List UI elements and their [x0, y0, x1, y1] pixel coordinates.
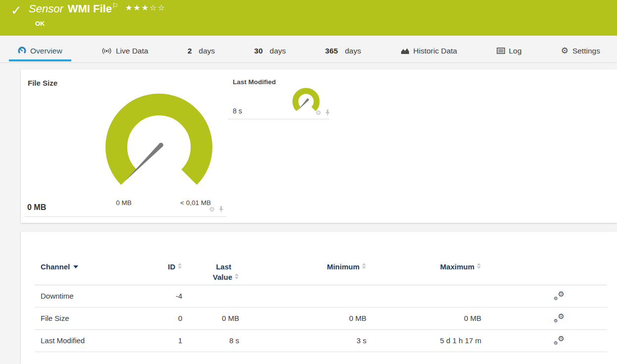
channel-settings: ⚙ ⚙	[554, 285, 578, 310]
channel-minimum: 0 MB	[297, 308, 366, 329]
sensor-name: WMI File	[68, 2, 112, 15]
tab-2-days[interactable]: 2 days	[179, 36, 224, 63]
gauges-card: File Size 0 MB < 0,01 MB 0 MB ⚙ Last Mod…	[21, 69, 617, 223]
tab-2-days-number: 2	[188, 47, 192, 55]
channel-settings: ⚙ ⚙	[554, 330, 578, 354]
gear-icon: ⚙	[554, 341, 558, 346]
sensor-type-label: Sensor	[29, 2, 63, 15]
header-maximum-label: Maximum	[440, 262, 474, 271]
gear-icon[interactable]: ⚙	[315, 109, 321, 116]
tab-2-days-label: days	[199, 47, 215, 55]
header-minimum[interactable]: Minimum	[297, 262, 366, 271]
channel-minimum: 3 s	[297, 330, 366, 352]
tab-30-days-number: 30	[254, 47, 262, 55]
channel-last-value: 8 s	[180, 330, 239, 352]
sort-toggle-icon[interactable]	[362, 263, 366, 269]
gear-icon: ⚙	[554, 318, 558, 323]
status-badge: OK	[35, 20, 45, 27]
table-row: Last Modified 1 8 s 3 s 5 d 1 h 17 m ⚙ ⚙	[35, 330, 607, 352]
tab-overview-label: Overview	[30, 47, 62, 55]
channel-table: Channel ID Last Value Minimum Maximum Do…	[35, 258, 607, 352]
sort-toggle-icon[interactable]	[477, 263, 481, 269]
header-id[interactable]: ID	[128, 262, 182, 271]
tab-settings-label: Settings	[572, 47, 600, 55]
tab-live-data[interactable]: Live Data	[93, 36, 157, 63]
channel-settings-gears-icon[interactable]: ⚙ ⚙	[554, 313, 565, 323]
channel-id: -4	[128, 285, 182, 307]
sensor-header: ✓ SensorWMI File ⚐ ★★★☆☆ OK	[0, 0, 617, 36]
channel-table-header: Channel ID Last Value Minimum Maximum	[35, 258, 607, 285]
page-title: SensorWMI File	[29, 2, 112, 15]
pin-icon[interactable]	[325, 109, 330, 116]
tab-settings[interactable]: ⚙ Settings	[552, 36, 609, 63]
sort-desc-icon	[73, 265, 78, 268]
tab-bar: Overview Live Data 2 days 30 days 365 da…	[0, 36, 617, 63]
tab-historic-data[interactable]: Historic Data	[392, 36, 466, 63]
header-last-value-line2: Value	[213, 273, 232, 281]
table-row: Downtime -4 ⚙ ⚙	[35, 285, 607, 308]
channel-settings-gears-icon[interactable]: ⚙ ⚙	[554, 336, 565, 346]
settings-gear-icon: ⚙	[561, 47, 568, 55]
channel-maximum: 5 d 1 h 17 m	[392, 330, 481, 352]
header-id-label: ID	[168, 262, 175, 271]
last-modified-gauge-title: Last Modified	[233, 78, 276, 86]
pin-icon[interactable]	[218, 206, 224, 212]
gear-icon: ⚙	[554, 296, 558, 301]
sort-toggle-icon[interactable]	[235, 273, 239, 279]
tab-365-days-number: 365	[325, 47, 338, 55]
channel-id: 0	[128, 308, 182, 329]
header-channel-label: Channel	[41, 262, 70, 271]
tab-365-days[interactable]: 365 days	[316, 36, 370, 63]
tab-historic-data-label: Historic Data	[413, 47, 458, 55]
gauge-icon	[18, 47, 26, 55]
tab-log-label: Log	[509, 47, 522, 55]
last-modified-panel-tools: ⚙	[315, 109, 330, 116]
file-size-current-value: 0 MB	[27, 203, 46, 212]
gear-icon: ⚙	[558, 335, 565, 342]
header-last-value[interactable]: Last Value	[180, 261, 239, 282]
gear-icon[interactable]: ⚙	[209, 206, 215, 212]
file-size-gauge-title: File Size	[28, 79, 57, 87]
tab-overview[interactable]: Overview	[9, 36, 71, 63]
file-size-panel-divider	[25, 216, 226, 217]
tab-log[interactable]: Log	[488, 36, 531, 63]
header-minimum-label: Minimum	[327, 262, 360, 271]
tab-live-data-label: Live Data	[116, 47, 148, 55]
tab-30-days[interactable]: 30 days	[245, 36, 295, 63]
status-check-icon: ✓	[11, 3, 22, 18]
flag-icon[interactable]: ⚐	[112, 1, 118, 10]
table-row: File Size 0 0 MB 0 MB 0 MB ⚙ ⚙	[35, 308, 607, 330]
gear-icon: ⚙	[558, 312, 565, 320]
channel-maximum: 0 MB	[392, 308, 481, 329]
gear-icon: ⚙	[558, 290, 565, 298]
broadcast-icon	[102, 48, 112, 54]
channel-id: 1	[128, 330, 182, 352]
channel-settings-gears-icon[interactable]: ⚙ ⚙	[554, 291, 565, 301]
area-chart-icon	[401, 48, 410, 54]
header-last-value-line1: Last	[180, 261, 239, 272]
tab-365-days-label: days	[345, 47, 361, 55]
tab-30-days-label: days	[270, 47, 286, 55]
last-modified-panel-divider	[228, 119, 329, 119]
priority-stars[interactable]: ★★★☆☆	[125, 3, 166, 12]
channel-last-value: 0 MB	[180, 308, 239, 329]
last-modified-current-value: 8 s	[233, 107, 242, 115]
channels-card: Channel ID Last Value Minimum Maximum Do…	[21, 232, 617, 364]
log-list-icon	[497, 48, 505, 54]
channel-settings: ⚙ ⚙	[554, 308, 578, 332]
file-size-scale-min: 0 MB	[102, 199, 146, 207]
file-size-panel-tools: ⚙	[209, 206, 224, 212]
header-maximum[interactable]: Maximum	[392, 262, 481, 271]
file-size-gauge	[95, 92, 223, 203]
